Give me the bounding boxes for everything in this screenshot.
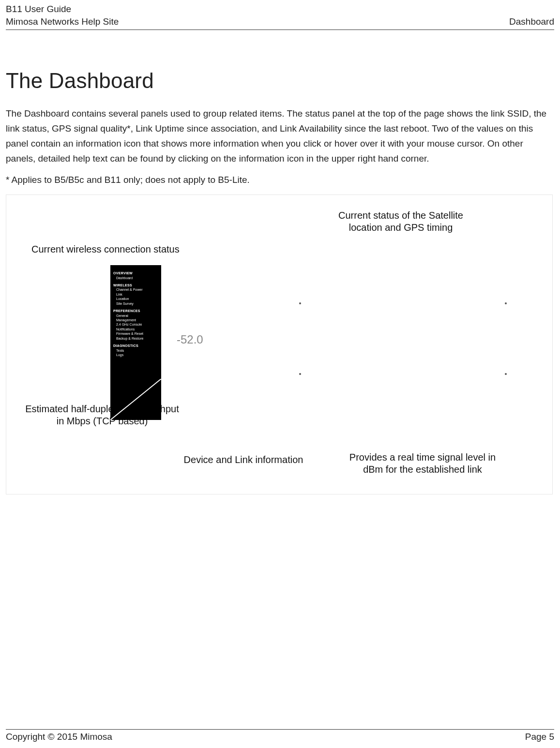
callout-satellite-line1: Current status of the Satellite bbox=[316, 209, 485, 222]
info-icon[interactable] bbox=[505, 302, 507, 304]
sidebar-heading: WIRELESS bbox=[113, 283, 158, 287]
sidebar-heading: DIAGNOSTICS bbox=[113, 344, 158, 348]
sidebar-item-management[interactable]: Management bbox=[116, 318, 158, 322]
callout-satellite-line2: location and GPS timing bbox=[316, 222, 485, 234]
footer-rule bbox=[6, 729, 554, 730]
sidebar-section-overview: OVERVIEW Dashboard bbox=[113, 271, 158, 280]
callout-signal-line1: Provides a real time signal level in bbox=[335, 451, 510, 464]
sidebar-item-site-survey[interactable]: Site Survey bbox=[116, 301, 158, 306]
sidebar-item-dashboard[interactable]: Dashboard bbox=[116, 276, 158, 280]
sidebar-heading: PREFERENCES bbox=[113, 309, 158, 313]
sidebar-item-location[interactable]: Location bbox=[116, 297, 158, 301]
section-name: Dashboard bbox=[509, 15, 554, 28]
sidebar-item-notifications[interactable]: Notifications bbox=[116, 327, 158, 331]
sidebar-item-logs[interactable]: Logs bbox=[116, 353, 158, 357]
page-footer: Copyright © 2015 Mimosa Page 5 bbox=[6, 729, 554, 742]
sidebar-section-wireless: WIRELESS Channel & Power Link Location S… bbox=[113, 283, 158, 306]
sidebar-item-firmware-reset[interactable]: Firmware & Reset bbox=[116, 331, 158, 336]
sidebar-diagonal-line bbox=[110, 379, 161, 420]
sidebar-item-backup-restore[interactable]: Backup & Restore bbox=[116, 336, 158, 341]
callout-signal-line2: dBm for the established link bbox=[335, 464, 510, 476]
info-icon[interactable] bbox=[299, 373, 301, 375]
callout-throughput-line2: in Mbps (TCP based) bbox=[15, 415, 189, 427]
info-icon[interactable] bbox=[505, 373, 507, 375]
doc-title: B11 User Guide bbox=[6, 3, 71, 15]
signal-value: -52.0 bbox=[177, 333, 203, 346]
callout-throughput: Estimated half-duplex IP throughput in M… bbox=[15, 403, 189, 427]
page-title: The Dashboard bbox=[6, 69, 554, 93]
intro-paragraph: The Dashboard contains several panels us… bbox=[6, 106, 554, 166]
sidebar-heading: OVERVIEW bbox=[113, 271, 158, 275]
sidebar-item-tests[interactable]: Tests bbox=[116, 348, 158, 353]
sidebar-item-general[interactable]: General bbox=[116, 314, 158, 318]
footnote-paragraph: * Applies to B5/B5c and B11 only; does n… bbox=[6, 173, 554, 188]
header-rule bbox=[6, 30, 554, 30]
site-name: Mimosa Networks Help Site bbox=[6, 15, 119, 28]
info-icon[interactable] bbox=[299, 302, 301, 304]
page-number: Page 5 bbox=[525, 732, 554, 742]
callout-signal-level: Provides a real time signal level in dBm… bbox=[335, 451, 510, 476]
callout-satellite-status: Current status of the Satellite location… bbox=[316, 209, 485, 234]
sidebar-item-console[interactable]: 2.4 GHz Console bbox=[116, 322, 158, 327]
svg-line-0 bbox=[110, 379, 161, 420]
dashboard-annotated-screenshot: Current wireless connection status Curre… bbox=[6, 194, 553, 494]
sidebar-section-diagnostics: DIAGNOSTICS Tests Logs bbox=[113, 344, 158, 357]
page-header: B11 User Guide Mimosa Networks Help Site… bbox=[6, 0, 554, 30]
callout-device-link: Device and Link information bbox=[171, 454, 316, 466]
sidebar-item-link[interactable]: Link bbox=[116, 292, 158, 297]
callout-wireless-status: Current wireless connection status bbox=[31, 243, 196, 255]
copyright: Copyright © 2015 Mimosa bbox=[6, 732, 112, 742]
sidebar-section-preferences: PREFERENCES General Management 2.4 GHz C… bbox=[113, 309, 158, 341]
callout-throughput-line1: Estimated half-duplex IP throughput bbox=[15, 403, 189, 415]
sidebar-item-channel-power[interactable]: Channel & Power bbox=[116, 287, 158, 292]
